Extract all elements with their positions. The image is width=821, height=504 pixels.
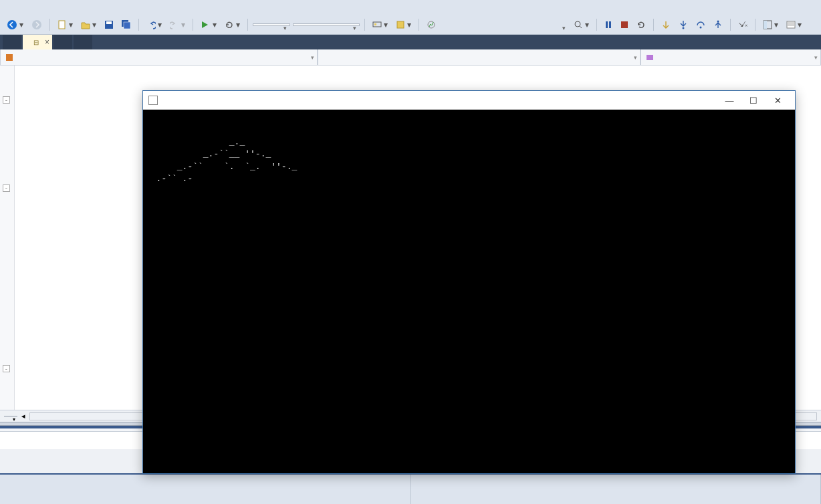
code-content [15, 66, 25, 406]
toolbar: ▾ ▾ ▾ ▾ ▾ ▾ ▾ ▾ ▾ ▾ ↘⁄ₓ ▾ ▾ [0, 15, 821, 35]
svg-rect-7 [373, 22, 381, 27]
document-tabs: ⊟× [0, 35, 821, 49]
redo-button: ▾ [167, 19, 188, 31]
close-icon[interactable]: × [45, 37, 49, 47]
insights-icon [424, 19, 439, 31]
open-file-button[interactable]: ▾ [78, 19, 99, 31]
nav-forward-button [29, 18, 45, 31]
maximize-button[interactable]: ☐ [741, 91, 766, 110]
svg-rect-9 [397, 21, 404, 28]
project-selector[interactable] [0, 49, 318, 66]
minimize-button[interactable]: — [717, 91, 741, 110]
collapse-toggle[interactable]: - [3, 96, 10, 104]
console-titlebar[interactable]: — ☐ ✕ [143, 91, 795, 110]
insights-selector[interactable] [441, 24, 568, 25]
undo-button[interactable]: ▾ [144, 19, 164, 31]
svg-point-11 [575, 21, 580, 27]
processes-button[interactable]: ▾ [370, 19, 390, 31]
restart-button[interactable] [634, 19, 649, 31]
svg-rect-13 [609, 21, 611, 28]
tab-redis-cli-c[interactable] [74, 35, 92, 49]
console-window[interactable]: — ☐ ✕ _._ _.-``__ ''-._ _.-`` `. `_. ''-… [142, 90, 796, 474]
svg-point-0 [7, 20, 17, 29]
threads-button[interactable]: ▾ [393, 19, 414, 31]
save-button[interactable] [102, 19, 116, 31]
collapse-toggle[interactable]: - [3, 365, 10, 372]
tab-redis-c[interactable] [53, 35, 72, 49]
stop-button[interactable] [618, 19, 631, 30]
outline-margin[interactable]: - - - [0, 66, 15, 410]
svg-rect-2 [59, 21, 65, 29]
svg-rect-4 [106, 21, 112, 24]
scope-selector[interactable] [318, 49, 640, 66]
window-layout-button[interactable]: ▾ [760, 19, 781, 31]
svg-point-1 [32, 20, 41, 29]
menu-bar [0, 0, 821, 15]
code-navigation-bar [0, 49, 821, 66]
zoom-selector[interactable] [4, 416, 17, 417]
svg-point-16 [700, 26, 702, 28]
refresh-button[interactable]: ▾ [222, 19, 243, 31]
svg-rect-14 [621, 21, 628, 28]
new-file-button[interactable]: ▾ [55, 19, 76, 31]
tab-dict-c[interactable]: ⊟× [23, 35, 52, 49]
svg-rect-12 [606, 21, 608, 28]
collapse-toggle[interactable]: - [3, 184, 10, 192]
svg-rect-19 [764, 21, 767, 29]
svg-rect-6 [124, 22, 130, 29]
step-over-button[interactable] [693, 19, 708, 31]
hex-toggle-button[interactable]: ↘⁄ₓ [735, 19, 750, 29]
platform-selector[interactable] [293, 23, 360, 26]
step-out-button[interactable] [711, 19, 725, 31]
member-selector[interactable] [640, 49, 821, 66]
save-all-button[interactable] [119, 19, 134, 31]
svg-point-15 [683, 27, 685, 29]
close-button[interactable]: ✕ [766, 91, 790, 110]
continue-button[interactable]: ▾ [198, 19, 219, 31]
pause-button[interactable] [602, 19, 615, 30]
svg-rect-8 [374, 23, 376, 25]
status-bar [0, 473, 821, 504]
svg-rect-22 [647, 55, 653, 60]
pin-icon[interactable]: ⊟ [33, 39, 40, 45]
scroll-left-button[interactable]: ◂ [21, 412, 25, 420]
tab-redis-h[interactable] [3, 35, 21, 49]
find-button[interactable]: ▾ [784, 19, 804, 31]
configuration-selector[interactable] [253, 23, 290, 26]
svg-point-17 [717, 20, 719, 22]
svg-rect-21 [6, 54, 13, 61]
nav-back-button[interactable]: ▾ [4, 18, 26, 31]
terminal-output[interactable]: _._ _.-``__ ''-._ _.-`` `. `_. ''-._ .-`… [143, 110, 795, 473]
insights-search-button[interactable]: ▾ [571, 19, 592, 31]
step-into-button[interactable] [676, 19, 691, 31]
show-next-button[interactable] [659, 19, 673, 31]
console-app-icon [148, 96, 158, 105]
